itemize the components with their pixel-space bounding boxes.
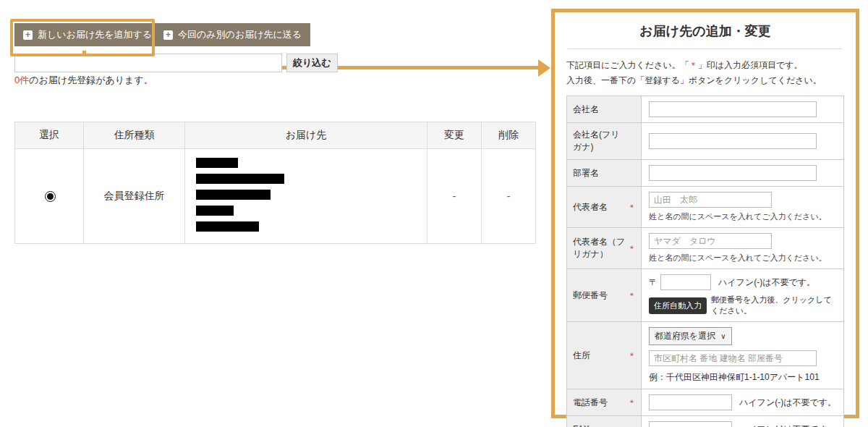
- send-to-other-address-button[interactable]: + 今回のみ別のお届け先に送る: [155, 23, 310, 46]
- field-note: ハイフン(-)は不要です。: [718, 276, 815, 289]
- postal-code-input[interactable]: [660, 274, 711, 290]
- add-change-address-panel: お届け先の追加・変更 下記項目にご入力ください。「＊」印は入力必須項目です。 入…: [551, 9, 859, 418]
- fax-input[interactable]: [649, 421, 732, 427]
- col-header-change: 変更: [427, 122, 482, 149]
- form-row-representative: 代表者名＊ 姓と名の間にスペースを入れてご入力ください。: [567, 187, 844, 228]
- plus-icon: +: [163, 30, 173, 40]
- required-mark: ＊: [628, 350, 636, 361]
- add-new-address-button[interactable]: + 新しいお届け先を追加する: [14, 23, 161, 46]
- representative-name-input[interactable]: [649, 192, 772, 208]
- field-label-address: 住所＊: [567, 322, 642, 389]
- col-header-select: 選択: [15, 122, 84, 149]
- address-example: 例：千代田区神田神保町1-1-10アパート101: [649, 371, 836, 384]
- filter-button[interactable]: 絞り込む: [286, 54, 338, 72]
- required-mark: ＊: [628, 397, 636, 408]
- company-name-input[interactable]: [649, 101, 817, 117]
- delete-cell: -: [482, 149, 536, 244]
- required-mark: ＊: [628, 243, 636, 254]
- plus-icon: +: [23, 30, 33, 40]
- chevron-down-icon: ∨: [720, 332, 726, 340]
- col-header-shipto: お届け先: [185, 122, 427, 149]
- form-row-phone: 電話番号＊ ハイフン(-)は不要です。: [567, 389, 844, 416]
- col-header-type: 住所種類: [84, 122, 185, 149]
- address-select-radio[interactable]: [45, 191, 56, 202]
- address-input[interactable]: [649, 350, 817, 366]
- field-label-company-kana: 会社名(フリガナ): [567, 123, 642, 160]
- prefecture-select[interactable]: 都道府県を選択 ∨: [649, 327, 732, 345]
- send-to-other-address-label: 今回のみ別のお届け先に送る: [178, 28, 302, 41]
- form-row-department: 部署名: [567, 160, 844, 187]
- filter-input[interactable]: [14, 54, 282, 72]
- address-type-cell: 会員登録住所: [84, 149, 185, 244]
- field-label-department: 部署名: [567, 160, 642, 187]
- autofill-note: 郵便番号を入力後、クリックしてください。: [711, 295, 836, 316]
- registered-count: 0件: [14, 75, 29, 85]
- required-mark: ＊: [689, 60, 698, 70]
- form-row-representative-kana: 代表者名（フリガナ）＊ 姓と名の間にスペースを入れてご入力ください。: [567, 228, 844, 269]
- form-row-company-kana: 会社名(フリガナ): [567, 123, 844, 160]
- phone-input[interactable]: [649, 394, 732, 410]
- col-header-delete: 削除: [482, 122, 536, 149]
- address-table-header-row: 選択 住所種類 お届け先 変更 削除: [15, 122, 536, 149]
- field-label-representative-kana: 代表者名（フリガナ）＊: [567, 228, 642, 269]
- field-label-company: 会社名: [567, 96, 642, 123]
- field-note: ハイフン(-)は不要です。: [739, 423, 836, 427]
- redacted-address: [185, 149, 427, 244]
- address-table: 選択 住所種類 お届け先 変更 削除 会員登録住所 - -: [14, 122, 536, 244]
- field-note: ハイフン(-)は不要です。: [739, 397, 836, 409]
- field-label-fax: FAX: [567, 416, 642, 427]
- field-label-phone: 電話番号＊: [567, 389, 642, 416]
- table-row: 会員登録住所 - -: [15, 149, 536, 244]
- field-label-postal-code: 郵便番号＊: [567, 269, 642, 322]
- registered-count-line: 0件のお届け先登録があります。: [14, 74, 153, 87]
- form-row-fax: FAX ハイフン(-)は不要です。: [567, 416, 844, 427]
- representative-kana-input[interactable]: [649, 233, 772, 249]
- select-cell: [15, 149, 84, 244]
- address-autofill-button[interactable]: 住所自動入力: [649, 297, 707, 314]
- helper-text: 姓と名の間にスペースを入れてご入力ください。: [649, 253, 836, 263]
- form-instructions: 下記項目にご入力ください。「＊」印は入力必須項目です。 入力後、一番下の「登録す…: [566, 58, 844, 88]
- department-input[interactable]: [649, 165, 817, 181]
- postal-mark: 〒: [649, 276, 658, 289]
- required-mark: ＊: [628, 202, 636, 213]
- panel-title: お届け先の追加・変更: [568, 22, 843, 49]
- address-form: 会社名 会社名(フリガナ) 部署名 代表者名＊ 姓と名の間にスペースを入れてご入…: [566, 96, 844, 427]
- form-row-postal-code: 郵便番号＊ 〒 ハイフン(-)は不要です。 住所自動入力 郵便番号を入力後、クリ…: [567, 269, 844, 322]
- helper-text: 姓と名の間にスペースを入れてご入力ください。: [649, 211, 836, 222]
- change-cell: -: [427, 149, 482, 244]
- required-mark: ＊: [628, 290, 636, 301]
- company-kana-input[interactable]: [649, 133, 817, 149]
- form-row-company: 会社名: [567, 96, 844, 123]
- form-row-address: 住所＊ 都道府県を選択 ∨ 例：千代田区神田神保町1-1-10アパート101: [567, 322, 844, 389]
- add-new-address-label: 新しいお届け先を追加する: [38, 28, 152, 41]
- field-label-representative: 代表者名＊: [567, 187, 642, 228]
- arrow-annotation-head: [538, 59, 550, 77]
